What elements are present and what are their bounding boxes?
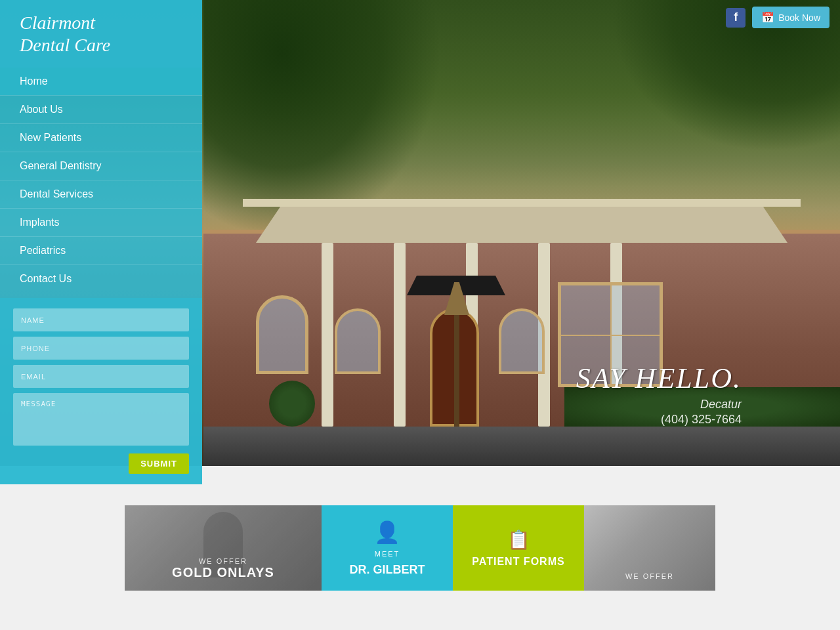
- building-scene: [203, 112, 840, 427]
- nav-item-dental-services[interactable]: Dental Services: [0, 180, 202, 208]
- shrub-left: [269, 381, 315, 427]
- logo-line1: Clairmont: [20, 12, 95, 33]
- name-input[interactable]: [13, 308, 189, 331]
- nav-pediatrics-link[interactable]: Pediatrics: [20, 245, 66, 256]
- lamp-post: [454, 282, 459, 427]
- calendar-icon: 📅: [761, 11, 774, 24]
- bottom-cards: WE OFFER GOLD ONLAYS 👤 MEET DR. GILBERT …: [125, 505, 715, 591]
- contact-form: SUBMIT: [0, 298, 202, 484]
- card-we-offer-2[interactable]: WE OFFER: [584, 505, 715, 591]
- hero-text-area: SAY HELLO. Decatur (404) 325-7664: [576, 362, 742, 427]
- nav-item-home[interactable]: Home: [0, 68, 202, 95]
- we-offer-label-1: WE OFFER: [125, 557, 322, 565]
- meet-label: MEET: [375, 550, 400, 558]
- card-meet-doctor[interactable]: 👤 MEET DR. GILBERT: [322, 505, 453, 591]
- sidebar: Clairmont Dental Care Home About Us New …: [0, 0, 202, 484]
- nav-item-implants[interactable]: Implants: [0, 208, 202, 236]
- window-right-1: [499, 308, 545, 374]
- nav-item-contact-us[interactable]: Contact Us: [0, 264, 202, 293]
- card-offer-2-text: WE OFFER: [584, 572, 715, 580]
- nav-implants-link[interactable]: Implants: [20, 217, 59, 228]
- nav-item-about-us[interactable]: About Us: [0, 95, 202, 123]
- card-offer-1-text: WE OFFER GOLD ONLAYS: [125, 557, 322, 580]
- book-now-button[interactable]: 📅 Book Now: [752, 7, 830, 28]
- logo-area: Clairmont Dental Care: [0, 0, 202, 68]
- site-logo[interactable]: Clairmont Dental Care: [20, 12, 189, 56]
- nav-new-patients-link[interactable]: New Patients: [20, 132, 81, 143]
- patient-forms-label: PATIENT FORMS: [472, 556, 564, 568]
- say-hello-text: SAY HELLO.: [576, 362, 742, 395]
- nav-item-general-dentistry[interactable]: General Dentistry: [0, 152, 202, 180]
- email-input[interactable]: [13, 365, 189, 388]
- nav-about-link[interactable]: About Us: [20, 104, 63, 115]
- location-text: Decatur: [576, 398, 742, 411]
- nav-general-dentistry-link[interactable]: General Dentistry: [20, 160, 102, 171]
- column-2: [394, 243, 406, 427]
- doctor-name: DR. GILBERT: [350, 563, 425, 577]
- person-icon: 👤: [374, 520, 400, 545]
- window-left-1: [256, 295, 308, 374]
- nav-contact-link[interactable]: Contact Us: [20, 273, 72, 284]
- column-1: [322, 243, 333, 427]
- we-offer-label-2: WE OFFER: [584, 572, 715, 580]
- nav-home-link[interactable]: Home: [20, 75, 48, 87]
- nav-item-pediatrics[interactable]: Pediatrics: [0, 236, 202, 264]
- street: [203, 427, 840, 466]
- facebook-icon: f: [734, 10, 738, 24]
- card-gold-onlays[interactable]: WE OFFER GOLD ONLAYS: [125, 505, 322, 591]
- phone-text: (404) 325-7664: [576, 413, 742, 427]
- submit-button[interactable]: SUBMIT: [129, 453, 189, 474]
- facebook-link[interactable]: f: [726, 8, 746, 28]
- window-left-2: [335, 308, 381, 374]
- bottom-section: WE OFFER GOLD ONLAYS 👤 MEET DR. GILBERT …: [0, 466, 840, 591]
- forms-icon: 📋: [507, 529, 530, 551]
- book-now-label: Book Now: [778, 12, 820, 23]
- card-patient-forms[interactable]: 📋 PATIENT FORMS: [453, 505, 584, 591]
- social-bar: f 📅 Book Now: [715, 0, 840, 35]
- message-input[interactable]: [13, 393, 189, 446]
- nav-item-new-patients[interactable]: New Patients: [0, 123, 202, 152]
- logo-line2: Dental Care: [20, 35, 110, 55]
- gold-onlays-title: GOLD ONLAYS: [125, 565, 322, 580]
- phone-input[interactable]: [13, 337, 189, 360]
- nav-dental-services-link[interactable]: Dental Services: [20, 188, 93, 200]
